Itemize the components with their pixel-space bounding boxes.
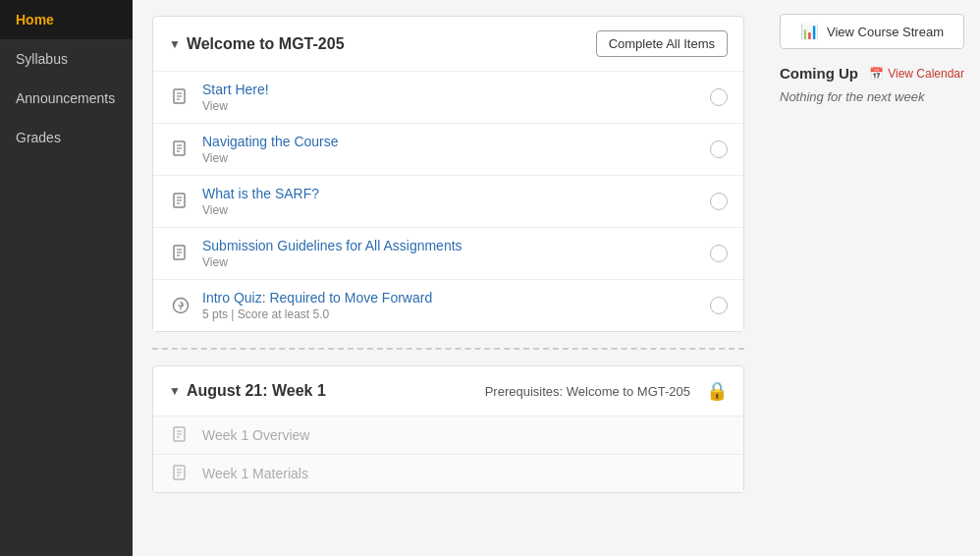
calendar-icon: 📅 — [869, 67, 884, 81]
list-item: Start Here! View — [153, 72, 743, 124]
page-icon — [169, 140, 192, 158]
item-title[interactable]: Navigating the Course — [202, 134, 700, 149]
main-content: ▼ Welcome to MGT-205 Complete All Items … — [133, 0, 764, 556]
item-complete-checkbox[interactable] — [710, 245, 728, 262]
module-welcome-header: ▼ Welcome to MGT-205 Complete All Items — [153, 17, 743, 72]
list-item: Submission Guidelines for All Assignment… — [153, 228, 743, 280]
page-icon — [169, 193, 192, 210]
list-item: Week 1 Overview — [153, 417, 743, 455]
item-title[interactable]: Intro Quiz: Required to Move Forward — [202, 290, 700, 306]
item-title[interactable]: Start Here! — [202, 82, 700, 97]
item-title[interactable]: What is the SARF? — [202, 186, 700, 201]
sidebar: Home Syllabus Announcements Grades — [0, 0, 133, 556]
quiz-icon — [169, 297, 192, 314]
coming-up-section: Coming Up 📅 View Calendar Nothing for th… — [780, 65, 964, 104]
item-content: Start Here! View — [202, 82, 700, 113]
page-icon — [169, 88, 192, 106]
module-collapse-arrow[interactable]: ▼ — [169, 384, 181, 398]
item-complete-checkbox[interactable] — [710, 88, 728, 106]
module-week1-title: ▼ August 21: Week 1 — [169, 382, 326, 400]
module-welcome: ▼ Welcome to MGT-205 Complete All Items … — [152, 16, 744, 332]
item-subtitle: 5 pts | Score at least 5.0 — [202, 307, 700, 321]
item-subtitle: View — [202, 151, 700, 165]
item-title[interactable]: Submission Guidelines for All Assignment… — [202, 238, 700, 253]
item-complete-checkbox[interactable] — [710, 297, 728, 314]
list-item: Navigating the Course View — [153, 124, 743, 176]
module-divider — [152, 348, 744, 350]
page-icon — [169, 245, 192, 262]
item-content: Week 1 Overview — [202, 427, 728, 443]
module-welcome-title: ▼ Welcome to MGT-205 — [169, 35, 345, 53]
coming-up-header: Coming Up 📅 View Calendar — [780, 65, 964, 82]
sidebar-item-announcements[interactable]: Announcements — [0, 79, 133, 118]
list-item: What is the SARF? View — [153, 176, 743, 228]
page-icon — [169, 465, 192, 482]
item-subtitle: View — [202, 255, 700, 269]
module-week1-header: ▼ August 21: Week 1 Prerequisites: Welco… — [153, 366, 743, 417]
item-subtitle: View — [202, 203, 700, 217]
lock-icon: 🔒 — [706, 380, 728, 402]
sidebar-item-home[interactable]: Home — [0, 0, 133, 39]
list-item: Week 1 Materials — [153, 455, 743, 492]
module-week1-meta: Prerequisites: Welcome to MGT-205 🔒 — [485, 380, 728, 402]
item-title: Week 1 Materials — [202, 466, 728, 481]
item-title: Week 1 Overview — [202, 427, 728, 443]
item-content: Submission Guidelines for All Assignment… — [202, 238, 700, 269]
item-content: What is the SARF? View — [202, 186, 700, 217]
item-content: Week 1 Materials — [202, 466, 728, 481]
list-item: Intro Quiz: Required to Move Forward 5 p… — [153, 280, 743, 331]
coming-up-title: Coming Up — [780, 65, 858, 82]
sidebar-item-syllabus[interactable]: Syllabus — [0, 39, 133, 79]
sidebar-item-grades[interactable]: Grades — [0, 118, 133, 157]
right-panel: 📊 View Course Stream Coming Up 📅 View Ca… — [764, 0, 980, 556]
no-upcoming-text: Nothing for the next week — [780, 89, 964, 104]
chart-icon: 📊 — [800, 23, 819, 40]
item-content: Intro Quiz: Required to Move Forward 5 p… — [202, 290, 700, 321]
view-course-stream-button[interactable]: 📊 View Course Stream — [780, 14, 964, 49]
complete-all-button[interactable]: Complete All Items — [596, 30, 728, 57]
module-week1: ▼ August 21: Week 1 Prerequisites: Welco… — [152, 365, 744, 493]
item-content: Navigating the Course View — [202, 134, 700, 165]
item-complete-checkbox[interactable] — [710, 140, 728, 158]
view-calendar-link[interactable]: 📅 View Calendar — [869, 67, 964, 81]
page-icon — [169, 426, 192, 444]
item-complete-checkbox[interactable] — [710, 193, 728, 210]
item-subtitle: View — [202, 99, 700, 113]
prerequisites-label: Prerequisites: Welcome to MGT-205 — [485, 384, 690, 399]
svg-point-17 — [181, 309, 182, 310]
module-collapse-arrow[interactable]: ▼ — [169, 37, 181, 51]
